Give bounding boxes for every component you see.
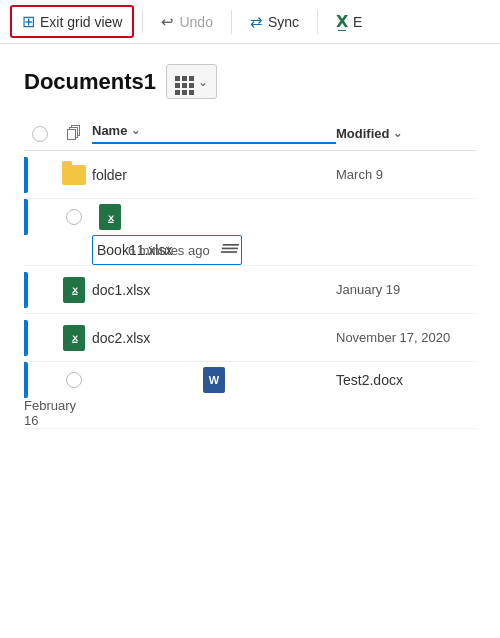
excel-button[interactable]: X̲ E	[326, 7, 372, 36]
row-indicator-col	[24, 157, 56, 193]
file-type-icon: 🗍	[66, 125, 82, 143]
file-name-cell: doc1.xlsx	[92, 282, 336, 298]
toolbar: ⊞ Exit grid view ↩ Undo ⇄ Sync X̲ E	[0, 0, 500, 44]
header-icon-col: 🗍	[56, 125, 92, 143]
row-indicator	[24, 320, 28, 356]
header-check-col	[24, 126, 56, 142]
modified-date: February 16	[24, 398, 76, 428]
name-sort-icon: ⌄	[131, 124, 140, 137]
modified-date: 6 minutes ago	[128, 243, 210, 258]
file-type-cell: x̲	[56, 277, 92, 303]
excel-label: E	[353, 14, 362, 30]
file-type-cell	[56, 165, 92, 185]
sync-button[interactable]: ⇄ Sync	[240, 8, 309, 36]
file-name-cell: folder	[92, 167, 336, 183]
modified-cell: February 16	[24, 398, 56, 428]
column-name-label: Name	[92, 123, 127, 138]
view-switcher-button[interactable]: ⌄	[166, 64, 217, 99]
checkbox-col	[56, 209, 92, 225]
file-name: doc2.xlsx	[92, 330, 150, 346]
exit-grid-view-button[interactable]: ⊞ Exit grid view	[10, 5, 134, 38]
exit-grid-label: Exit grid view	[40, 14, 122, 30]
table-row[interactable]: x̲ 𝍢 6 minutes ago	[24, 199, 476, 266]
chevron-down-icon: ⌄	[198, 75, 208, 89]
row-indicator-col	[24, 362, 56, 398]
page-title: Documents1	[24, 69, 156, 95]
column-modified-label: Modified	[336, 126, 389, 141]
folder-icon	[62, 165, 86, 185]
separator-1	[142, 10, 143, 34]
table-row[interactable]: W Test2.docx February 16	[24, 362, 476, 429]
modified-cell: 6 minutes ago	[128, 243, 336, 258]
row-indicator-col	[24, 272, 56, 308]
file-name: Test2.docx	[336, 372, 403, 388]
excel-file-icon: x̲	[63, 325, 85, 351]
word-file-icon: W	[203, 367, 225, 393]
file-type-cell: W	[92, 367, 336, 393]
row-indicator	[24, 157, 28, 193]
modified-date: March 9	[336, 167, 383, 182]
column-modified-header[interactable]: Modified ⌄	[336, 126, 476, 141]
grid-view-icon: ⊞	[22, 12, 35, 31]
sync-label: Sync	[268, 14, 299, 30]
modified-cell: November 17, 2020	[336, 330, 476, 345]
table-row[interactable]: x̲ doc1.xlsx January 19	[24, 266, 476, 314]
view-switcher-grid-icon	[175, 68, 194, 95]
row-radio[interactable]	[66, 372, 82, 388]
modified-cell: March 9	[336, 167, 476, 182]
file-name-cell[interactable]: 𝍢	[92, 235, 128, 265]
row-indicator-col	[24, 320, 56, 356]
page-content: Documents1 ⌄ 🗍 Name ⌄	[0, 44, 500, 429]
modified-cell: January 19	[336, 282, 476, 297]
table-row[interactable]: folder March 9	[24, 151, 476, 199]
row-radio[interactable]	[66, 209, 82, 225]
sync-icon: ⇄	[250, 13, 263, 31]
undo-button[interactable]: ↩ Undo	[151, 8, 222, 36]
column-name-header[interactable]: Name ⌄	[92, 123, 336, 144]
file-name: doc1.xlsx	[92, 282, 150, 298]
separator-3	[317, 10, 318, 34]
file-type-cell: x̲	[92, 204, 128, 230]
file-name-cell: doc2.xlsx	[92, 330, 336, 346]
modified-sort-icon: ⌄	[393, 127, 402, 140]
excel-icon: X̲	[336, 12, 348, 31]
file-list: 🗍 Name ⌄ Modified ⌄ folder March	[24, 119, 476, 429]
title-row: Documents1 ⌄	[24, 64, 476, 99]
row-indicator-col	[24, 199, 56, 235]
header-radio[interactable]	[32, 126, 48, 142]
row-indicator	[24, 199, 28, 235]
excel-file-icon: x̲	[99, 204, 121, 230]
file-name: folder	[92, 167, 127, 183]
table-row[interactable]: x̲ doc2.xlsx November 17, 2020	[24, 314, 476, 362]
excel-file-icon: x̲	[63, 277, 85, 303]
undo-label: Undo	[179, 14, 212, 30]
modified-date: January 19	[336, 282, 400, 297]
undo-icon: ↩	[161, 13, 174, 31]
checkbox-col	[56, 372, 92, 388]
list-header: 🗍 Name ⌄ Modified ⌄	[24, 119, 476, 151]
row-indicator	[24, 272, 28, 308]
modified-date: November 17, 2020	[336, 330, 450, 345]
file-name-cell: Test2.docx	[336, 372, 476, 388]
file-type-cell: x̲	[56, 325, 92, 351]
separator-2	[231, 10, 232, 34]
row-indicator	[24, 362, 28, 398]
